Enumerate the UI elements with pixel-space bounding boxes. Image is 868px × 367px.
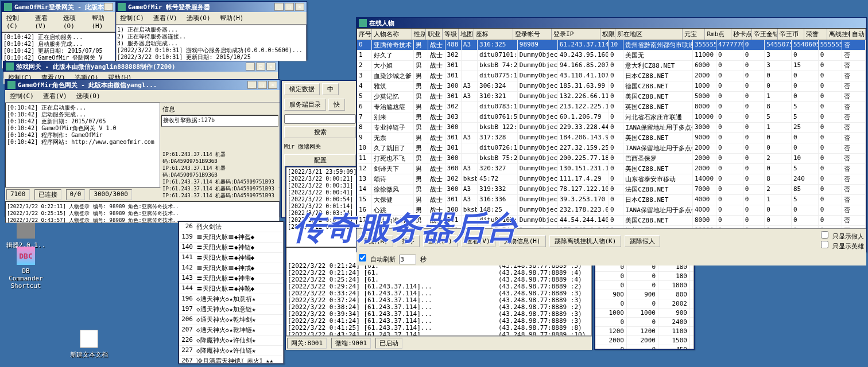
column-header[interactable]: 登录IP — [552, 29, 600, 40]
minimize-button[interactable]: _ — [274, 3, 284, 11]
kickoff-button[interactable]: 踢除离线挂机人物(K) — [549, 235, 622, 247]
list-item[interactable]: 142〓天阳火脉〓◆神戒◆ — [179, 263, 283, 274]
column-header[interactable]: 所在地区 — [615, 29, 682, 40]
sort-button[interactable]: 排序 — [397, 235, 420, 247]
refresh-button[interactable]: 刷新(R) — [359, 235, 393, 247]
table-row[interactable]: 15大保健男战士301A3316:336DummyObject39.3.253.… — [357, 195, 866, 205]
minimize-button[interactable]: _ — [104, 3, 113, 11]
close-button[interactable]: × — [295, 3, 304, 11]
column-header[interactable]: Rmb点 — [705, 29, 731, 40]
window-login-server[interactable]: GameOfMir 帐号登录服务器 _ □ × 控制(C) 查看(V) 选项(O… — [115, 1, 307, 60]
window-login-gate[interactable]: GameOfMir登录网关 - 此版本由微信y... _ 控制(C) 查看(V)… — [1, 1, 116, 60]
column-header[interactable]: 登录帐号 — [513, 29, 552, 40]
menu-options[interactable]: 选项(O) — [184, 13, 213, 23]
minimize-button[interactable]: _ — [246, 63, 255, 71]
list-item[interactable]: 143〓天阳火脉〓◆神带◆ — [179, 274, 283, 284]
show-fake-checkbox[interactable]: 只显示假人 — [821, 233, 864, 240]
list-item[interactable]: 226◇降魔神火◇★许仙剑★ — [179, 335, 283, 346]
desktop-icon-editor[interactable]: 辑器2.0.1.. — [6, 220, 46, 249]
table-row[interactable]: 5少莫记忆男战士301A3310:321DummyObject132.226.6… — [357, 92, 866, 102]
table-row[interactable]: 9无票男战士301A3317:328DummyObject184.206.143… — [357, 133, 866, 143]
list-item[interactable]: 197◇通天神火◇★加意链★ — [179, 304, 283, 315]
menu-help[interactable]: 帮助(H) — [218, 13, 246, 23]
close-button[interactable]: × — [268, 81, 277, 89]
charinfo-button[interactable]: 人物信息(H) — [499, 235, 546, 247]
close-button[interactable]: × — [266, 63, 276, 71]
window-online-players[interactable]: 在线人物 序号人物名称性别职业等级地图座标登录帐号登录IP权限所在地区元宝Rmb… — [356, 17, 867, 252]
info-tab[interactable]: 信息 — [161, 104, 278, 115]
maximize-button[interactable]: □ — [285, 3, 294, 11]
players-table[interactable]: 序号人物名称性别职业等级地图座标登录帐号登录IP权限所在地区元宝Rmb点秒卡点帝… — [356, 28, 866, 229]
column-header[interactable]: 权限 — [600, 29, 615, 40]
menu-control[interactable]: 控制(C) — [4, 13, 28, 30]
list-item[interactable]: 267冷月清霜天神铠〖赤火〗★★ — [179, 356, 283, 364]
column-header[interactable]: 秒卡点 — [731, 29, 752, 40]
menu-view[interactable]: 查看(V) — [33, 13, 57, 30]
list-item[interactable]: 227◇降魔神火◇★许仙链★ — [179, 346, 283, 356]
list-item[interactable]: 139〓天阳火脉〓◆神盔◆ — [179, 232, 283, 243]
server-dir-button[interactable]: 服务端目录 — [284, 99, 326, 111]
table-row[interactable]: 11打死也不飞男战士300bksbB 75:201DummyObject200.… — [357, 154, 866, 164]
menu-view[interactable]: 查看(V) — [151, 13, 180, 23]
window-game-gate[interactable]: 游戏网关 - 此版本由微信yanglin888888制作(7200) _ □ ×… — [3, 61, 278, 78]
search-input[interactable] — [284, 114, 356, 124]
table-row[interactable]: 8专业掉链子男战士300bksbB 122:87DummyObject229.3… — [357, 123, 866, 133]
menu-control[interactable]: 控制(C) — [118, 13, 146, 23]
list-item[interactable]: 140〓天阳火脉〓◆神链◆ — [179, 243, 283, 253]
column-header[interactable]: 等级 — [443, 29, 458, 40]
window-bottom-table[interactable]: 0018000180001800018009009008000020021000… — [594, 252, 695, 350]
desktop-icon-dbc[interactable]: DBC DB Commander Shortcut — [6, 247, 46, 290]
table-row[interactable]: 3血染沙城之爹男战士301ditu0775:129DummyObject43.1… — [357, 71, 866, 81]
table-row[interactable]: 0亚腾传奇技术男战士488A3316:3259898961.243.37.114… — [357, 40, 866, 50]
column-header[interactable]: 序号 — [357, 29, 372, 40]
menu-options[interactable]: 选项(O) — [74, 91, 103, 101]
table-row[interactable]: 1好久了男战士302ditu07101:146DummyObject40.243… — [357, 50, 866, 61]
config-button[interactable]: 配置 — [284, 154, 356, 166]
table-row[interactable]: 2大小姐男战士301bksbB 74:203DummyObject94.166.… — [357, 61, 866, 71]
maximize-button[interactable]: □ — [258, 81, 267, 89]
column-header[interactable]: 元宝 — [683, 29, 706, 40]
table-row[interactable]: 16心跳男战士300bksb148:25DummyObject232.178.2… — [357, 205, 866, 216]
lock-data-button[interactable]: 锁定数据 — [284, 83, 320, 95]
table-row[interactable]: 13颂诗男战士302bksb45:72DummyObject111.17.4.2… — [357, 174, 866, 185]
column-header[interactable]: 离线挂机 — [827, 29, 850, 40]
list-item[interactable]: 207◇通天神火◇★乾坤链★ — [179, 325, 283, 335]
table-row[interactable]: 10久了就旧了男战士301ditu0726:114DummyObject227.… — [357, 143, 866, 154]
column-header[interactable]: 帝王金钻 — [752, 29, 778, 40]
column-header[interactable]: 职业 — [426, 29, 443, 40]
column-header[interactable]: 性别 — [412, 29, 426, 40]
window-item-list[interactable]: 26烈火剑法139〓天阳火脉〓◆神盔◆140〓天阳火脉〓◆神链◆141〓天阳火脉… — [178, 221, 284, 364]
show-hero-checkbox[interactable]: 只显示英雄 — [821, 243, 864, 250]
list-item[interactable]: 196◇通天神火◇★加意祈★ — [179, 294, 283, 304]
search-button[interactable]: 搜索 — [284, 126, 356, 138]
minimize-button[interactable]: _ — [247, 81, 257, 89]
search-button[interactable]: 查找(S) — [423, 235, 458, 247]
menu-options[interactable]: 选项(O) — [61, 13, 85, 30]
column-header[interactable]: 座标 — [474, 29, 513, 40]
table-row[interactable]: 7别来男战士303ditu0761:59DummyObject60.1.206.… — [357, 112, 866, 123]
menu-view[interactable]: 查看(V) — [41, 91, 69, 101]
column-header[interactable]: 帝王币 — [778, 29, 804, 40]
menu-control[interactable]: 控制(C) — [7, 91, 36, 101]
quick-button[interactable]: 快 — [328, 99, 345, 111]
desktop-icon-textdoc[interactable]: 新建文本文档 — [69, 330, 109, 359]
maximize-button[interactable]: □ — [256, 63, 265, 71]
item-list[interactable]: 26烈火剑法139〓天阳火脉〓◆神盔◆140〓天阳火脉〓◆神链◆141〓天阳火脉… — [179, 221, 284, 364]
menu-help[interactable]: 帮助(H) — [90, 13, 114, 30]
list-item[interactable]: 206◇通天神火◇★乾坤剑★ — [179, 315, 283, 325]
mid-button[interactable]: 中 — [322, 83, 339, 95]
table-row[interactable]: 14徐徐微风男战士300A3319:332DummyObject78.127.1… — [357, 185, 866, 195]
auto-refresh-checkbox[interactable]: 自动刷新 — [359, 256, 396, 263]
table-row[interactable]: 4雅筑男战士300A3306:324DummyObject185.31.63.9… — [357, 81, 866, 92]
column-header[interactable]: 地图 — [459, 29, 474, 40]
column-header[interactable]: 自动 — [850, 29, 866, 40]
column-header[interactable]: 荣誉 — [804, 29, 827, 40]
auto-interval-input[interactable] — [399, 255, 416, 264]
list-item[interactable]: 141〓天阳火脉〓◆神镯◆ — [179, 253, 283, 263]
column-header[interactable]: 人物名称 — [372, 29, 412, 40]
kickfake-button[interactable]: 踢除假人 — [625, 235, 660, 247]
view-button[interactable]: 查看(V) — [461, 235, 495, 247]
table-row[interactable]: 6专治尴尬症男战士302ditu0783:145DummyObject213.1… — [357, 102, 866, 112]
window-role-gate[interactable]: GameOfMir角色网关 - 此版本由微信yangl... _ □ × 控制(… — [5, 79, 280, 217]
list-item[interactable]: 144〓天阳火脉〓◆神靴◆ — [179, 284, 283, 294]
